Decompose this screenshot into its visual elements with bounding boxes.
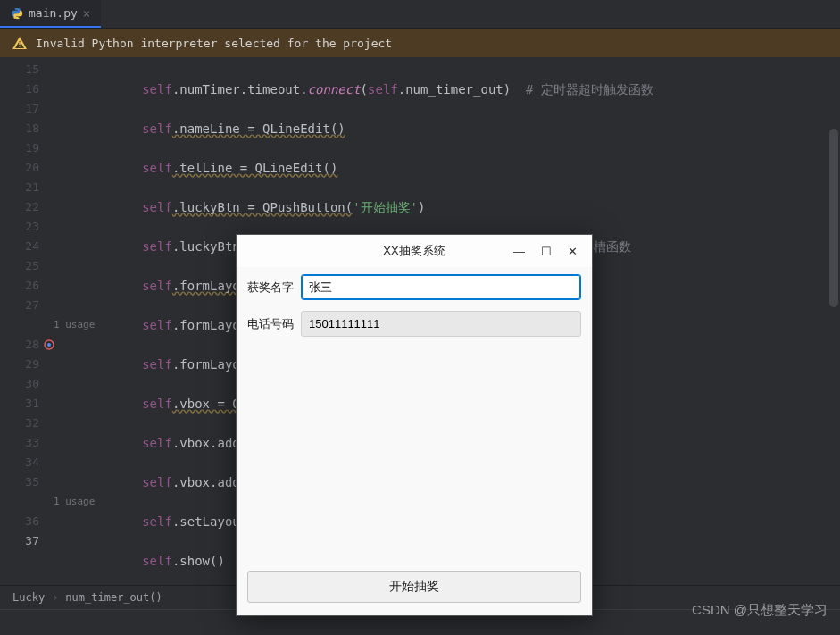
warning-bar: Invalid Python interpreter selected for … — [0, 29, 840, 57]
svg-point-1 — [47, 343, 51, 347]
gutter: 15 16 17 18 19 20 21 22 23 24 25 26 27 1… — [0, 57, 52, 585]
dialog-body: 获奖名字 电话号码 — [237, 267, 592, 562]
run-icon[interactable] — [43, 338, 55, 357]
dialog-titlebar[interactable]: XX抽奖系统 — ☐ ✕ — [237, 235, 592, 267]
warning-icon — [12, 36, 27, 50]
close-icon[interactable]: ✕ — [568, 245, 578, 258]
tel-field[interactable] — [301, 311, 581, 337]
name-field[interactable] — [301, 274, 581, 300]
minimize-icon[interactable]: — — [513, 245, 525, 258]
tel-label: 电话号码 — [247, 316, 294, 332]
name-label: 获奖名字 — [247, 280, 294, 296]
tab-bar: main.py × — [0, 0, 840, 29]
maximize-icon[interactable]: ☐ — [541, 245, 552, 258]
python-icon — [11, 7, 23, 20]
chevron-right-icon: › — [52, 591, 58, 604]
file-tab[interactable]: main.py × — [0, 0, 101, 28]
start-lottery-button[interactable]: 开始抽奖 — [247, 571, 581, 603]
watermark: CSDN @只想整天学习 — [692, 602, 828, 619]
close-icon[interactable]: × — [83, 6, 90, 21]
tab-filename: main.py — [29, 6, 78, 20]
breadcrumb-class[interactable]: Lucky — [12, 591, 45, 604]
vertical-scrollbar[interactable] — [829, 129, 838, 307]
breadcrumb-method[interactable]: num_timer_out() — [65, 591, 162, 604]
warning-text: Invalid Python interpreter selected for … — [36, 37, 392, 50]
lottery-dialog: XX抽奖系统 — ☐ ✕ 获奖名字 电话号码 开始抽奖 — [236, 234, 593, 616]
